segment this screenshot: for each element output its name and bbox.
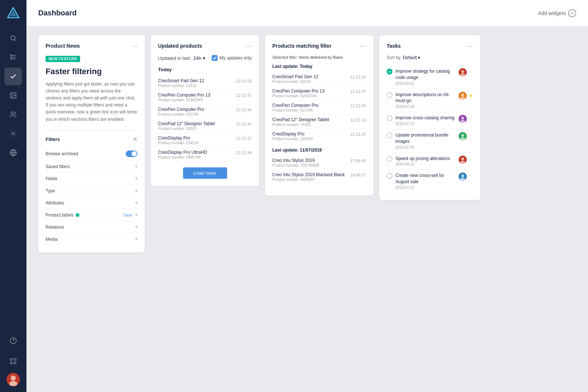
- filters-close-button[interactable]: ✕: [133, 136, 137, 143]
- task-checkbox[interactable]: [387, 133, 392, 138]
- task-info: Improve descriptions on All-must-go 2019…: [395, 92, 459, 109]
- my-updates-label: My updates only: [220, 55, 252, 61]
- load-more-button[interactable]: Load more: [183, 167, 227, 179]
- task-info: Speed up pricing alterations 2019-08-12: [395, 156, 450, 167]
- sidebar-item-apps[interactable]: [4, 352, 22, 370]
- add-widgets-button[interactable]: Add widgets +: [538, 9, 576, 17]
- filter-row-type[interactable]: Type ▾: [46, 185, 137, 197]
- task-item: Update promotional bundle images 2019-07…: [387, 129, 473, 153]
- updated-products-header: Updated products ⋯: [158, 43, 252, 49]
- task-right: ☆: [459, 115, 473, 123]
- sidebar-item-search[interactable]: [4, 29, 22, 47]
- list-item[interactable]: Creo Intu Stylus 2019Product number: 709…: [272, 156, 366, 170]
- task-left: Speed up pricing alterations 2019-08-12: [387, 156, 459, 167]
- task-checkbox[interactable]: [387, 115, 392, 121]
- browse-archived-toggle[interactable]: [126, 150, 137, 157]
- task-star-button[interactable]: ☆: [469, 174, 473, 179]
- filters-header: Filters ✕: [46, 136, 137, 143]
- media-label: Media: [46, 237, 58, 242]
- saved-filters-chevron: ▾: [135, 164, 137, 169]
- last-update-date-section: Last update: 11/07/2019 Creo Intu Stylus…: [272, 148, 366, 184]
- list-item[interactable]: CreoPen Computer ProProduct number: 6223…: [158, 105, 252, 119]
- list-item[interactable]: CreoPad 12" Designer TabletProduct numbe…: [158, 119, 252, 133]
- plus-circle-icon: +: [568, 9, 576, 17]
- task-checkbox[interactable]: [387, 92, 392, 98]
- fields-chevron: ▾: [135, 176, 137, 181]
- task-left: Create new cross-sell for August sale 20…: [387, 173, 459, 190]
- header: Dashboard Add widgets +: [26, 0, 588, 26]
- sidebar-bottom: [4, 326, 22, 392]
- svg-rect-4: [11, 55, 12, 56]
- task-checkbox[interactable]: [387, 156, 392, 162]
- task-avatar: [459, 156, 467, 164]
- task-info: Update promotional bundle images 2019-07…: [395, 132, 459, 149]
- product-labels-active-dot: [76, 213, 79, 217]
- task-avatar: [459, 68, 467, 76]
- task-star-button[interactable]: ☆: [469, 157, 473, 162]
- list-item[interactable]: CreoPen Computer Pro 13Product number: 6…: [272, 86, 366, 101]
- sidebar-item-help[interactable]: [4, 332, 22, 349]
- svg-line-3: [15, 40, 16, 41]
- filter-row-attributes[interactable]: Attributes ▾: [46, 197, 137, 209]
- svg-point-20: [11, 375, 16, 381]
- filter-row-saved-filters[interactable]: Saved filters ▾: [46, 161, 137, 173]
- logo[interactable]: [0, 0, 26, 26]
- time-filter-select[interactable]: 24h ▾: [193, 55, 205, 61]
- my-updates-filter[interactable]: My updates only: [212, 55, 252, 61]
- list-item[interactable]: CreoDisplay Pro UltraHDProduct number: 0…: [158, 148, 252, 161]
- list-item[interactable]: CreoSmart Pad Gen 12Product number: 6243…: [158, 76, 252, 90]
- sort-chevron: ▾: [418, 55, 420, 60]
- product-labels-clear-button[interactable]: Clear: [123, 213, 132, 217]
- sidebar-item-users[interactable]: [4, 106, 22, 123]
- relations-label: Relations: [46, 225, 64, 230]
- svg-point-8: [12, 94, 12, 95]
- sidebar-item-catalog[interactable]: [4, 48, 22, 66]
- task-checkbox[interactable]: [387, 69, 392, 75]
- my-updates-checkbox[interactable]: [212, 55, 218, 61]
- list-item[interactable]: CreoSmart Pad Gen 12Product number: 6243…: [272, 72, 366, 86]
- tasks-more-button[interactable]: ⋯: [466, 43, 473, 49]
- task-star-button[interactable]: ☆: [469, 134, 473, 139]
- filter-row-fields[interactable]: Fields ▾: [46, 173, 137, 185]
- media-chevron: ▾: [135, 237, 137, 242]
- sidebar-item-language[interactable]: [4, 144, 22, 161]
- task-star-button[interactable]: ☆: [469, 116, 473, 121]
- relations-chevron: ▾: [135, 225, 137, 229]
- task-star-button[interactable]: ★: [469, 93, 473, 98]
- task-checkbox[interactable]: [387, 173, 392, 179]
- svg-point-9: [11, 112, 14, 115]
- list-item[interactable]: CreoPen Computer Pro 13Product number: 6…: [158, 90, 252, 105]
- filter-row-media[interactable]: Media ▾: [46, 233, 137, 245]
- sidebar-item-tasks[interactable]: [4, 68, 22, 85]
- product-news-card: Product News ⋯ NEW FEATURE Faster filter…: [38, 35, 145, 253]
- product-news-more-button[interactable]: ⋯: [131, 43, 137, 49]
- list-item[interactable]: CreoPad 12" Designer TabletProduct numbe…: [272, 115, 366, 129]
- task-star-button[interactable]: ☆: [469, 70, 473, 75]
- filter-row-relations[interactable]: Relations ▾: [46, 221, 137, 233]
- task-item: Improve descriptions on All-must-go 2019…: [387, 89, 473, 112]
- updated-products-more-button[interactable]: ⋯: [245, 43, 252, 49]
- list-item[interactable]: CreoDisplay ProProduct number: 234524 12…: [158, 133, 252, 148]
- task-avatar: [459, 132, 467, 140]
- list-item[interactable]: CreoDisplay ProProduct number: 234524 12…: [272, 129, 366, 143]
- list-item[interactable]: Creo Intu Stylus 2019 Blackest BlackProd…: [272, 170, 366, 184]
- list-item[interactable]: CreoPen Computer ProProduct number: 6223…: [272, 101, 366, 115]
- sort-select[interactable]: Default ▾: [403, 55, 420, 60]
- task-right: ☆: [459, 132, 473, 140]
- sidebar-nav: [4, 26, 22, 326]
- user-avatar[interactable]: [7, 373, 20, 386]
- product-news-title: Product News: [46, 43, 80, 49]
- tasks-card: Tasks ⋯ Sort by Default ▾: [379, 35, 480, 200]
- sidebar-item-settings[interactable]: [4, 125, 22, 142]
- svg-rect-17: [11, 362, 12, 364]
- task-left: Improve cross-catalog sharing 2019-07-31: [387, 115, 459, 126]
- product-labels-chevron[interactable]: ▾: [135, 213, 137, 217]
- task-right: ☆: [459, 156, 473, 164]
- sidebar: [0, 0, 26, 392]
- products-filter-more-button[interactable]: ⋯: [359, 43, 366, 49]
- attributes-label: Attributes: [46, 200, 64, 206]
- product-news-header: Product News ⋯: [46, 43, 137, 49]
- saved-filters-label: Saved filters: [46, 164, 70, 169]
- sidebar-item-media[interactable]: [4, 87, 22, 104]
- task-item: Improve cross-catalog sharing 2019-07-31…: [387, 112, 473, 129]
